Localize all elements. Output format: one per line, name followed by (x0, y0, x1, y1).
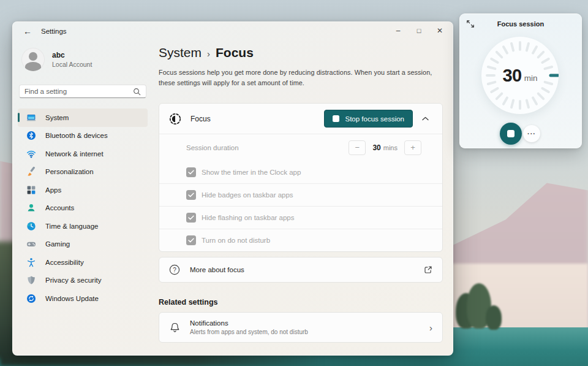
network-icon (26, 149, 36, 159)
page-description: Focus sessions help you get more done by… (159, 67, 443, 88)
sidebar-item-privacy-security[interactable]: Privacy & security (18, 272, 148, 290)
account-name: abc (52, 51, 92, 59)
sidebar-item-label: Personalization (45, 168, 94, 175)
checkbox-checked-disabled[interactable] (186, 190, 196, 200)
focus-timer-dial: 30 min (481, 37, 559, 114)
session-duration-label: Session duration (186, 144, 349, 151)
sidebar-item-bluetooth-devices[interactable]: Bluetooth & devices (18, 127, 148, 145)
focus-option-label: Show the timer in the Clock app (202, 169, 301, 176)
sidebar-item-label: Network & internet (45, 150, 104, 158)
stop-focus-session-button[interactable]: Stop focus session (324, 110, 413, 128)
widget-title: Focus session (460, 20, 581, 28)
personalization-icon (26, 167, 36, 177)
search-input[interactable] (24, 88, 133, 95)
accounts-icon (26, 203, 36, 213)
privacy-security-icon (26, 275, 36, 285)
main-pane: System › Focus Focus sessions help you g… (159, 22, 443, 355)
stop-icon (333, 115, 339, 122)
focus-option-label: Turn on do not disturb (202, 237, 270, 244)
account-section[interactable]: abc Local Account (21, 48, 92, 71)
check-icon (188, 238, 194, 243)
sidebar-item-label: Accessibility (45, 259, 84, 266)
avatar (21, 48, 45, 71)
bluetooth-icon (26, 131, 36, 140)
accessibility-icon (26, 257, 36, 267)
sidebar-nav: System Bluetooth & devices Network & int… (18, 109, 148, 308)
gaming-icon (26, 239, 36, 249)
sidebar-item-system[interactable]: System (18, 109, 148, 127)
sidebar-item-accounts[interactable]: Accounts (18, 199, 148, 218)
more-about-focus-label: More about focus (190, 266, 424, 273)
notifications-title: Notifications (190, 319, 429, 327)
widget-stop-button[interactable] (500, 123, 522, 145)
sidebar-item-label: System (45, 114, 69, 121)
windows-update-icon (26, 294, 36, 303)
sidebar-item-time-language[interactable]: Time & language (18, 217, 148, 235)
notifications-subtitle: Alerts from apps and system, do not dist… (190, 329, 429, 335)
duration-increase-button[interactable]: + (404, 140, 421, 155)
sidebar-item-gaming[interactable]: Gaming (18, 235, 148, 254)
check-icon (188, 170, 194, 175)
focus-option-label: Hide badges on taskbar apps (202, 191, 293, 199)
stop-icon (507, 130, 514, 137)
stop-button-label: Stop focus session (345, 115, 404, 123)
account-type: Local Account (52, 61, 92, 68)
focus-option-row[interactable]: Show the timer in the Clock app (159, 161, 442, 183)
desktop: ← Settings – □ ✕ abc Local Account (0, 0, 588, 366)
search-icon (133, 88, 141, 96)
sidebar-item-label: Time & language (45, 223, 99, 230)
focus-option-row[interactable]: Hide flashing on taskbar apps (159, 206, 442, 229)
widget-more-button[interactable]: ··· (523, 125, 540, 142)
focus-icon (169, 113, 181, 125)
focus-card: Focus Stop focus session Session duratio… (159, 103, 443, 252)
duration-number: 30 (372, 143, 380, 152)
checkbox-checked-disabled[interactable] (186, 167, 196, 177)
checkbox-checked-disabled[interactable] (186, 235, 196, 245)
breadcrumb-system[interactable]: System (159, 45, 202, 60)
duration-decrease-button[interactable]: − (349, 140, 366, 155)
sidebar-item-label: Accounts (45, 204, 74, 212)
focus-card-title: Focus (190, 115, 324, 123)
related-settings-header: Related settings (159, 298, 218, 307)
page-title: Focus (216, 45, 254, 60)
search-box[interactable] (19, 85, 146, 98)
svg-text:?: ? (173, 267, 176, 273)
checkbox-checked-disabled[interactable] (186, 213, 196, 223)
focus-option-row[interactable]: Hide badges on taskbar apps (159, 183, 442, 206)
chevron-right-icon: › (429, 323, 432, 332)
notifications-card: Notifications Alerts from apps and syste… (159, 312, 443, 343)
focus-option-label: Hide flashing on taskbar apps (202, 214, 295, 221)
settings-window: ← Settings – □ ✕ abc Local Account (12, 21, 453, 356)
help-question-icon: ? (169, 264, 180, 275)
sidebar-item-label: Windows Update (45, 295, 99, 302)
focus-expander-header[interactable]: Focus Stop focus session (159, 104, 442, 134)
notifications-link[interactable]: Notifications Alerts from apps and syste… (159, 313, 442, 342)
sidebar-item-personalization[interactable]: Personalization (18, 163, 148, 181)
more-about-focus-link[interactable]: ? More about focus (159, 257, 442, 282)
time-language-icon (26, 221, 36, 231)
sidebar-item-network-internet[interactable]: Network & internet (18, 145, 148, 163)
focus-session-widget: Focus session 30 min ··· (459, 13, 582, 148)
external-link-icon (424, 265, 432, 274)
sidebar-item-accessibility[interactable]: Accessibility (18, 253, 148, 272)
avatar-person-icon (29, 52, 37, 61)
breadcrumb: System › Focus (159, 45, 254, 60)
collapse-expander-button[interactable] (417, 110, 434, 128)
bell-icon (169, 322, 181, 334)
system-icon (26, 113, 36, 123)
check-icon (188, 193, 194, 197)
focus-option-row[interactable]: Turn on do not disturb (159, 229, 442, 251)
check-icon (188, 215, 194, 220)
sidebar-item-windows-update[interactable]: Windows Update (18, 289, 148, 308)
sidebar-item-label: Gaming (45, 240, 70, 248)
sidebar-item-apps[interactable]: Apps (18, 181, 148, 199)
duration-unit: mins (383, 144, 398, 151)
selected-indicator (18, 113, 20, 122)
session-duration-row: Session duration − 30 mins + (159, 134, 442, 161)
more-about-focus-card: ? More about focus (159, 257, 443, 283)
sidebar-item-label: Bluetooth & devices (45, 132, 108, 139)
timer-minutes: 30 (502, 66, 521, 86)
sidebar-item-label: Apps (45, 186, 61, 194)
sidebar-item-label: Privacy & security (45, 276, 101, 284)
back-button[interactable]: ← (20, 25, 35, 37)
